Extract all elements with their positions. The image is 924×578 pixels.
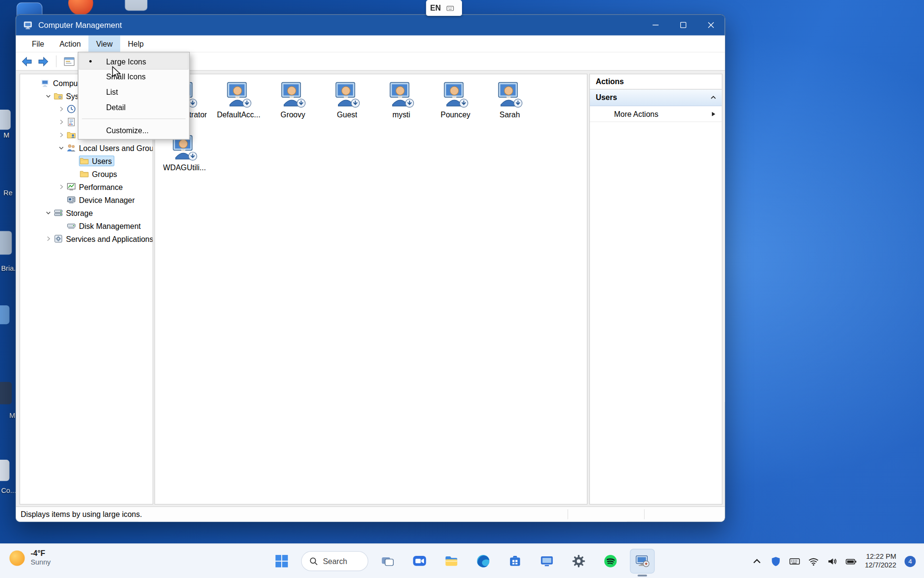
desktop-icon-partial[interactable] [0, 460, 10, 481]
spotify-icon [603, 553, 618, 569]
taskbar-file-explorer-icon[interactable] [439, 549, 463, 573]
window-title: Computer Management [38, 21, 122, 29]
taskbar-search[interactable]: Search [301, 551, 368, 571]
tree-item-content: Services and Applications [53, 233, 153, 244]
forward-arrow-icon[interactable] [37, 55, 50, 68]
desktop-icon-label[interactable]: M [10, 412, 15, 420]
menu-action[interactable]: Action [52, 36, 88, 52]
view-menu-item-customize[interactable]: Customize... [79, 123, 188, 138]
menu-file[interactable]: File [24, 36, 52, 52]
clock-icon [67, 104, 77, 114]
view-menu-item-small-icons[interactable]: Small Icons [79, 69, 188, 84]
tree-item-storage[interactable]: Storage [20, 206, 153, 219]
view-menu-item-list[interactable]: List [79, 84, 188, 100]
user-account-icon [334, 79, 361, 108]
notification-badge[interactable]: 4 [905, 555, 916, 566]
screen: MReBria...MCo... EN Computer Management … [0, 0, 924, 578]
clock-time: 12:22 PM [865, 553, 896, 561]
tree-item-label: Services and Applications [66, 234, 153, 243]
view-dropdown-menu: •Large IconsSmall IconsListDetailCustomi… [78, 52, 190, 140]
taskbar-start-icon[interactable] [269, 549, 294, 573]
minimize-button[interactable] [642, 15, 670, 36]
user-item-label: Sarah [499, 110, 520, 119]
chevron-down-icon[interactable] [44, 91, 53, 101]
chevron-up-icon [710, 94, 717, 101]
desktop-icon-partial[interactable] [0, 305, 10, 324]
tray-chevron-up-icon[interactable] [751, 555, 762, 566]
desktop-icon-partial[interactable] [0, 110, 11, 130]
weather-widget[interactable]: -4°F Sunny [10, 549, 51, 567]
tray-battery-icon[interactable] [845, 555, 856, 566]
tree-item-device-manager[interactable]: Device Manager [20, 193, 153, 206]
taskbar-spotify-icon[interactable] [598, 549, 623, 573]
window-titlebar[interactable]: Computer Management [16, 15, 725, 36]
taskbar-computer-management-icon[interactable] [630, 549, 654, 573]
taskbar-clock[interactable]: 12:22 PM 12/7/2022 [865, 553, 896, 570]
user-item-groovy[interactable]: Groovy [266, 79, 320, 132]
status-text: Displays items by using large icons. [21, 510, 142, 518]
tree-item-local-users-and-groups[interactable]: Local Users and Groups [20, 141, 153, 154]
tree-item-users[interactable]: Users [20, 154, 153, 167]
tree-item-disk-management[interactable]: Disk Management [20, 219, 153, 232]
computer-icon [41, 78, 51, 88]
tray-wifi-icon[interactable] [808, 555, 819, 566]
taskbar-display-app-icon[interactable] [535, 549, 559, 573]
chevron-right-icon[interactable] [57, 182, 66, 192]
chevron-down-icon[interactable] [57, 143, 66, 153]
user-item-wdagutili[interactable]: WDAGUtili... [157, 132, 212, 185]
view-menu-item-large-icons[interactable]: •Large Icons [79, 54, 188, 69]
user-account-icon [388, 79, 415, 108]
start-icon [274, 553, 289, 569]
desktop-icon-partial-gray[interactable] [125, 0, 148, 11]
user-item-label: Pouncey [441, 110, 471, 119]
maximize-button[interactable] [669, 15, 697, 36]
menu-help[interactable]: Help [120, 36, 151, 52]
weather-condition: Sunny [31, 558, 51, 567]
desktop-icon-partial-red[interactable] [68, 0, 93, 15]
user-item-guest[interactable]: Guest [320, 79, 375, 132]
desktop-icon-partial[interactable] [0, 231, 12, 254]
back-arrow-icon[interactable] [21, 55, 33, 68]
console-window-icon[interactable] [63, 55, 75, 68]
more-actions-item[interactable]: More Actions [590, 106, 722, 122]
taskbar-task-view-icon[interactable] [375, 549, 400, 573]
taskbar-store-icon[interactable] [503, 549, 527, 573]
taskbar-settings-icon[interactable] [566, 549, 591, 573]
tree-item-groups[interactable]: Groups [20, 167, 153, 180]
clock-date: 12/7/2022 [865, 561, 896, 570]
taskbar-chat-icon[interactable] [407, 549, 432, 573]
tree-item-services-and-applications[interactable]: Services and Applications [20, 232, 153, 245]
user-item-defaultacc[interactable]: DefaultAcc... [212, 79, 266, 132]
language-indicator[interactable]: EN [426, 0, 462, 16]
chevron-right-icon[interactable] [57, 117, 66, 127]
user-item-label: WDAGUtili... [163, 163, 206, 172]
tray-security-shield-icon[interactable] [770, 555, 781, 566]
close-button[interactable] [697, 15, 725, 36]
user-item-pouncey[interactable]: Pouncey [428, 79, 483, 132]
tree-item-performance[interactable]: Performance [20, 180, 153, 193]
tray-touch-keyboard-icon[interactable] [789, 555, 800, 566]
device-manager-icon [67, 195, 77, 205]
user-item-mysti[interactable]: mysti [374, 79, 428, 132]
desktop-icon-label[interactable]: M [3, 131, 9, 139]
desktop-icon-label[interactable]: Re [3, 188, 12, 197]
user-item-sarah[interactable]: Sarah [483, 79, 537, 132]
menu-view[interactable]: View [88, 36, 120, 52]
chevron-right-icon[interactable] [57, 130, 66, 140]
actions-users-group-header[interactable]: Users [590, 89, 722, 106]
desktop-icon-label[interactable]: Co... [1, 486, 16, 494]
status-bar: Displays items by using large icons. [16, 506, 725, 522]
tree-item-content: Device Manager [66, 195, 137, 205]
chevron-spacer [31, 78, 40, 88]
tray-volume-icon[interactable] [826, 555, 837, 566]
menu-item-label: Detail [106, 103, 126, 112]
taskbar-edge-icon[interactable] [471, 549, 495, 573]
chevron-right-icon[interactable] [44, 234, 53, 244]
view-menu-item-detail[interactable]: Detail [79, 100, 188, 115]
chevron-down-icon[interactable] [44, 208, 53, 218]
chevron-right-icon[interactable] [57, 104, 66, 114]
menu-item-label: Large Icons [106, 57, 146, 65]
menu-item-label: List [106, 88, 118, 96]
chevron-spacer [70, 169, 79, 179]
desktop-icon-partial[interactable] [0, 382, 12, 404]
